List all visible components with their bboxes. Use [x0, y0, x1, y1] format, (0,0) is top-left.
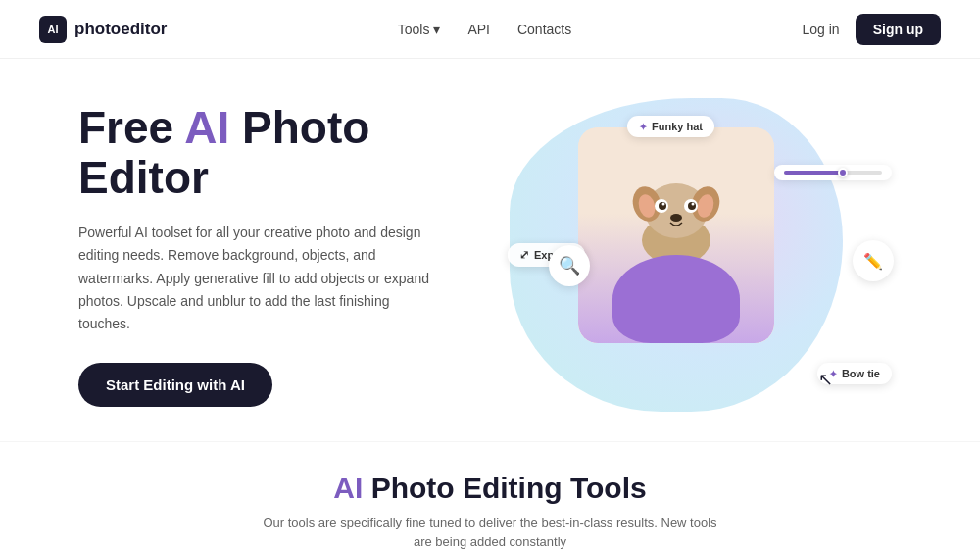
logo[interactable]: AI photoeditor: [39, 16, 167, 43]
logo-text: photoeditor: [74, 20, 167, 39]
tools-section: AI Photo Editing Tools Our tools are spe…: [0, 441, 980, 552]
cursor-icon: ↖: [818, 369, 833, 390]
svg-point-10: [662, 203, 665, 206]
tools-title: AI Photo Editing Tools: [39, 472, 941, 505]
nav-api-link[interactable]: API: [467, 22, 490, 37]
color-slider: [774, 165, 892, 180]
nav-links: Tools ▾ API Contacts: [398, 22, 572, 37]
hero-section: Free AI Photo Editor Powerful AI toolset…: [0, 59, 980, 441]
nav-auth: Log in Sign up: [803, 14, 941, 45]
dog-face-illustration: [622, 157, 730, 265]
search-icon-circle: 🔍: [549, 245, 590, 286]
hero-illustration: ✦ Funky hat ⤢ Expand ✦ Bow tie 🔍 ✏️: [490, 98, 902, 412]
start-editing-button[interactable]: Start Editing with AI: [78, 363, 272, 407]
chevron-down-icon: ▾: [433, 22, 440, 37]
svg-point-11: [692, 203, 695, 206]
dog-illustration-card: [578, 127, 774, 343]
svg-point-12: [670, 214, 682, 222]
logo-icon: AI: [39, 16, 67, 43]
funky-hat-chip: ✦ Funky hat: [627, 116, 714, 137]
login-button[interactable]: Log in: [803, 22, 840, 37]
hero-description: Powerful AI toolset for all your creativ…: [78, 222, 441, 334]
edit-icon-circle: ✏️: [853, 240, 894, 281]
search-icon: 🔍: [559, 255, 580, 276]
hero-content: Free AI Photo Editor Powerful AI toolset…: [78, 103, 490, 407]
tools-subtitle: Our tools are specifically fine tuned to…: [39, 513, 941, 551]
expand-icon: ⤢: [519, 248, 529, 262]
nav-contacts-link[interactable]: Contacts: [517, 22, 571, 37]
nav-tools-link[interactable]: Tools ▾: [398, 22, 441, 37]
signup-button[interactable]: Sign up: [856, 14, 941, 45]
navbar: AI photoeditor Tools ▾ API Contacts Log …: [0, 0, 980, 59]
hero-title: Free AI Photo Editor: [78, 103, 490, 202]
sparkle-icon: ✦: [639, 122, 647, 132]
pencil-icon: ✏️: [863, 252, 883, 271]
pet-accessory-blob: [612, 255, 740, 343]
